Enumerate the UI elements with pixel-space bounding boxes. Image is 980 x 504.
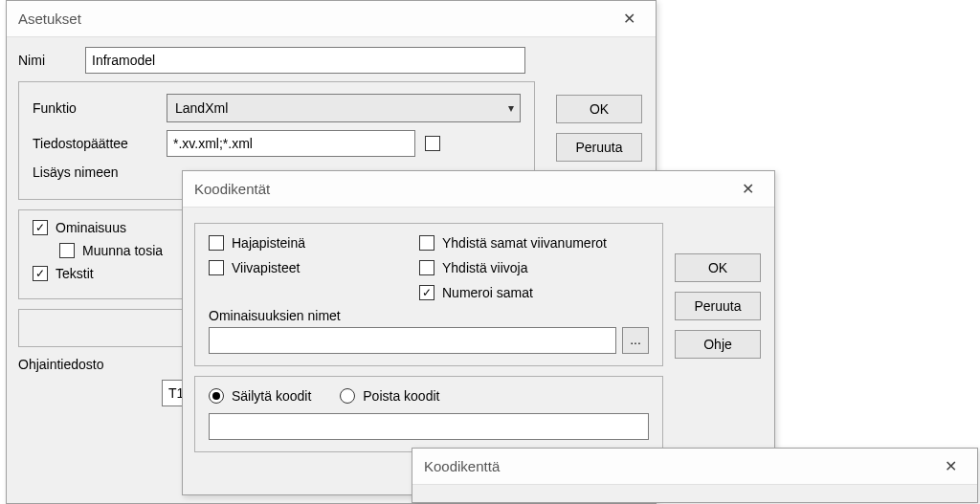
browse-button[interactable]: ...: [622, 327, 649, 354]
chevron-down-icon: ▾: [508, 101, 514, 115]
viivapisteet-checkbox[interactable]: Viivapisteet: [209, 260, 381, 275]
hajapisteina-label: Hajapisteinä: [232, 235, 305, 251]
dialog-title: Koodikentät: [194, 181, 270, 197]
tekstit-label: Tekstit: [56, 266, 94, 281]
button-column: OK Peruuta Ohje: [675, 253, 761, 359]
function-select[interactable]: LandXml ▾: [167, 94, 521, 122]
poista-label: Poista koodit: [363, 388, 439, 404]
sailyta-radio[interactable]: Säilytä koodit: [209, 388, 311, 404]
cancel-button[interactable]: Peruuta: [675, 292, 761, 320]
titlebar: Koodikenttä ✕: [412, 449, 977, 485]
codes-input[interactable]: [209, 413, 649, 440]
name-input[interactable]: [85, 47, 525, 74]
yhdista-viivoja-label: Yhdistä viivoja: [442, 260, 528, 275]
muunna-checkbox[interactable]: Muunna tosia: [59, 243, 163, 258]
function-value: LandXml: [175, 100, 228, 116]
yhdista-viivanumerot-checkbox[interactable]: Yhdistä samat viivanumerot: [419, 235, 607, 251]
hajapisteina-checkbox[interactable]: Hajapisteinä: [209, 235, 381, 251]
ok-button[interactable]: OK: [675, 253, 761, 282]
muunna-label: Muunna tosia: [82, 243, 163, 258]
function-label: Funktio: [33, 100, 157, 116]
numeroi-samat-label: Numeroi samat: [442, 285, 533, 300]
name-label: Nimi: [18, 53, 76, 68]
ominaisuuksien-label: Ominaisuuksien nimet: [209, 308, 649, 323]
codefield-dialog: Koodikenttä ✕: [412, 448, 978, 503]
close-icon[interactable]: ✕: [610, 4, 648, 34]
titlebar: Koodikentät ✕: [183, 171, 774, 208]
yhdista-viivanumerot-label: Yhdistä samat viivanumerot: [442, 235, 607, 251]
ok-button[interactable]: OK: [556, 95, 642, 123]
codefields-dialog: Koodikentät ✕ OK Peruuta Ohje Hajapistei…: [182, 170, 775, 495]
driverfile-label: Ohjaintiedosto: [18, 357, 143, 372]
close-icon[interactable]: ✕: [931, 451, 969, 482]
file-ext-input[interactable]: [167, 130, 415, 157]
ominaisuuksien-input[interactable]: [209, 327, 616, 354]
ominaisuus-label: Ominaisuus: [56, 220, 126, 235]
yhdista-viivoja-checkbox[interactable]: Yhdistä viivoja: [419, 260, 607, 275]
ominaisuus-checkbox[interactable]: ✓ Ominaisuus: [33, 220, 126, 235]
extra-checkbox[interactable]: [425, 136, 440, 151]
viivapisteet-label: Viivapisteet: [232, 260, 300, 275]
numeroi-samat-checkbox[interactable]: ✓ Numeroi samat: [419, 285, 607, 300]
dialog-title: Asetukset: [18, 11, 81, 27]
file-ext-label: Tiedostopäättee: [33, 136, 157, 151]
cancel-button[interactable]: Peruuta: [556, 133, 642, 162]
tekstit-checkbox[interactable]: ✓ Tekstit: [33, 266, 94, 281]
sailyta-label: Säilytä koodit: [232, 388, 311, 404]
addition-label: Lisäys nimeen: [33, 164, 157, 180]
close-icon[interactable]: ✕: [728, 174, 767, 205]
poista-radio[interactable]: Poista koodit: [340, 388, 439, 404]
help-button[interactable]: Ohje: [675, 330, 761, 359]
titlebar: Asetukset ✕: [7, 1, 656, 37]
dialog-title: Koodikenttä: [424, 458, 500, 474]
